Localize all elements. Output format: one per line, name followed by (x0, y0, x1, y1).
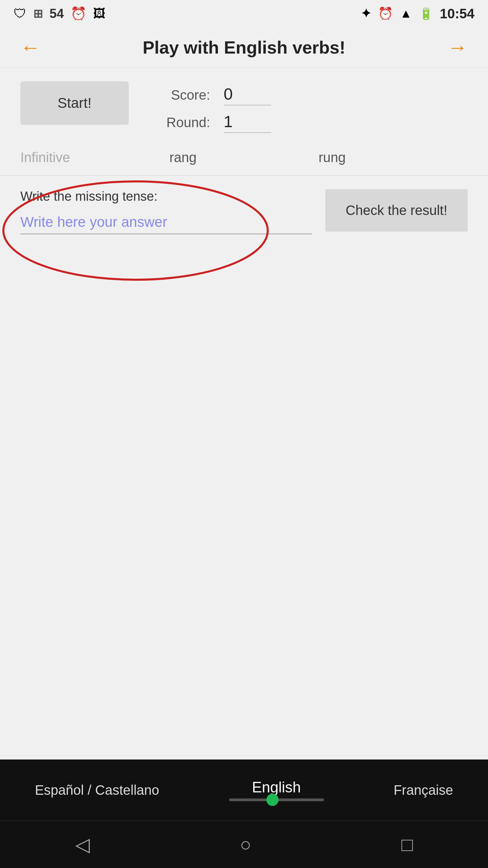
clock-icon: ⏰ (378, 6, 393, 21)
start-button[interactable]: Start! (20, 81, 129, 125)
score-label: Score: (149, 87, 210, 103)
input-label: Write the missing tense: (20, 189, 312, 204)
score-value: 0 (224, 85, 271, 105)
lang-english-label: English (252, 779, 301, 796)
score-area: Start! Score: 0 Round: 1 (0, 68, 488, 140)
verb-infinitive: Infinitive (20, 150, 169, 165)
badge-count: 54 (49, 6, 64, 21)
verb-participle: rung (319, 150, 468, 165)
score-row: Score: 0 (149, 85, 271, 105)
shield-icon: 🛡 (14, 6, 26, 21)
score-info: Score: 0 Round: 1 (149, 81, 271, 133)
round-label: Round: (149, 115, 210, 130)
lang-french[interactable]: Française (393, 783, 453, 798)
round-value: 1 (224, 112, 271, 133)
lang-slider-thumb[interactable] (266, 794, 279, 806)
page-title: Play with English verbs! (47, 37, 441, 58)
check-result-button[interactable]: Check the result! (325, 189, 468, 232)
nav-bar: ← Play with English verbs! → (0, 27, 488, 68)
status-bar-left: 🛡 ⊞ 54 ⏰ 🖼 (14, 6, 105, 21)
input-area: Write the missing tense: Check the resul… (0, 176, 488, 248)
round-row: Round: 1 (149, 112, 271, 133)
nav-back-icon[interactable]: ◁ (75, 833, 90, 855)
signal-icon: ▲ (400, 6, 412, 21)
status-bar-right: ✦ ⏰ ▲ 🔋 10:54 (361, 6, 474, 21)
verb-past: rang (169, 150, 319, 165)
battery-icon: 🔋 (419, 7, 433, 20)
language-bar: Español / Castellano English Française (0, 760, 488, 821)
photo-icon: 🖼 (93, 6, 105, 21)
nav-home-icon[interactable]: ○ (240, 833, 251, 855)
nav-square-icon[interactable]: □ (402, 833, 413, 855)
alarm-icon: ⏰ (70, 6, 86, 21)
time-display: 10:54 (440, 6, 474, 21)
bottom-nav: ◁ ○ □ (0, 821, 488, 868)
bluetooth-icon: ✦ (361, 6, 371, 21)
status-bar: 🛡 ⊞ 54 ⏰ 🖼 ✦ ⏰ ▲ 🔋 10:54 (0, 0, 488, 27)
lang-slider-track[interactable] (229, 798, 324, 801)
empty-area (0, 248, 488, 587)
verb-columns: Infinitive rang rung (0, 140, 488, 176)
input-section: Write the missing tense: (20, 189, 312, 234)
lang-english-center[interactable]: English (229, 779, 324, 801)
answer-input[interactable] (20, 211, 312, 234)
lang-spanish[interactable]: Español / Castellano (35, 783, 159, 798)
back-button[interactable]: ← (14, 32, 47, 62)
layers-icon: ⊞ (33, 7, 43, 20)
forward-button[interactable]: → (441, 32, 474, 62)
